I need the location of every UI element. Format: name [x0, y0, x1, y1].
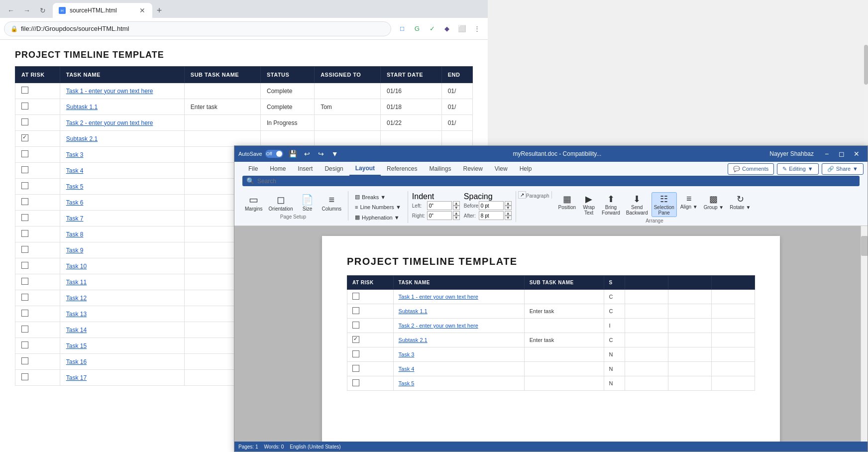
- orientation-button[interactable]: ◻ Orientation: [266, 192, 296, 213]
- spacing-before-input[interactable]: [479, 201, 504, 210]
- extension-btn-2[interactable]: G: [410, 22, 424, 36]
- forward-button[interactable]: →: [20, 3, 34, 17]
- word-risk-cell: [347, 319, 394, 333]
- bring-forward-button[interactable]: ⬆ BringForward: [599, 192, 623, 217]
- align-icon: ≡: [686, 194, 692, 204]
- scrollbar-thumb[interactable]: [864, 45, 868, 85]
- selection-pane-button[interactable]: ☷ SelectionPane: [651, 192, 677, 217]
- task-cell: Task 14: [60, 322, 184, 338]
- autosave-toggle[interactable]: Off: [265, 150, 283, 158]
- word-restore-btn[interactable]: ◻: [835, 147, 849, 161]
- word-risk-cell: [347, 290, 394, 304]
- line-numbers-icon: ≡: [355, 204, 358, 210]
- back-button[interactable]: ←: [4, 3, 18, 17]
- assigned-cell: Tom: [315, 99, 381, 115]
- page-setup-buttons: ▭ Margins ◻ Orientation 📄 Size ≡ Columns: [242, 192, 344, 213]
- indent-right-input[interactable]: [427, 211, 452, 220]
- word-scrollbar-thumb[interactable]: [861, 236, 868, 256]
- spacing-before-down[interactable]: ▼: [505, 206, 512, 210]
- risk-cell: [15, 370, 60, 386]
- word-col-atrisk: AT RISK: [347, 276, 394, 290]
- browser-menu-button[interactable]: ⋮: [470, 22, 484, 36]
- spacing-after-up[interactable]: ▲: [505, 211, 512, 216]
- page-setup-group: ▭ Margins ◻ Orientation 📄 Size ≡ Columns: [238, 191, 348, 221]
- risk-cell: [15, 83, 60, 99]
- tab-design[interactable]: Design: [319, 162, 349, 175]
- send-backward-button[interactable]: ⬇ SendBackward: [624, 192, 651, 217]
- margins-button[interactable]: ▭ Margins: [242, 192, 265, 213]
- tab-file[interactable]: File: [242, 162, 264, 175]
- spacing-before-up[interactable]: ▲: [505, 201, 512, 206]
- bring-forward-icon: ⬆: [607, 194, 615, 205]
- word-col-subtask: SUB TASK NAME: [524, 276, 604, 290]
- rotate-button[interactable]: ↻ Rotate ▼: [727, 192, 753, 217]
- extension-btn-1[interactable]: □: [395, 22, 409, 36]
- tab-mailings[interactable]: Mailings: [423, 162, 457, 175]
- tab-insert[interactable]: Insert: [292, 162, 319, 175]
- word-minimize-btn[interactable]: −: [820, 147, 834, 161]
- col-header-startdate: START DATE: [380, 67, 441, 83]
- spacing-after-spinner: ▲ ▼: [505, 211, 512, 220]
- tab-home[interactable]: Home: [264, 162, 292, 175]
- tab-layout[interactable]: Layout: [349, 162, 381, 176]
- enddate-cell: 01/: [441, 115, 472, 131]
- browser-tab[interactable]: H sourceHTML.html ✕: [53, 3, 152, 18]
- word-document-page: PROJECT TIMELINE TEMPLATE AT RISK TASK N…: [322, 236, 780, 442]
- search-input[interactable]: [257, 178, 856, 185]
- task-cell: Task 12: [60, 290, 184, 306]
- tab-view[interactable]: View: [489, 162, 514, 175]
- word-titlebar: AutoSave Off 💾 ↩ ↪ ▼ myResultant.doc - C…: [234, 146, 868, 162]
- indent-left-up[interactable]: ▲: [453, 201, 460, 206]
- word-subtask-cell: [524, 376, 604, 391]
- align-button[interactable]: ≡ Align ▼: [678, 192, 700, 217]
- line-numbers-button[interactable]: ≡ Line Numbers ▼: [352, 203, 404, 212]
- word-status-cell: C: [604, 333, 625, 347]
- ribbon-layout-content: ▭ Margins ◻ Orientation 📄 Size ≡ Columns: [234, 189, 868, 226]
- risk-cell: [15, 306, 60, 322]
- arrange-buttons: ▦ Position ▶ WrapText ⬆ BringForward ⬇ S…: [556, 192, 754, 217]
- doc-scroll-area[interactable]: PROJECT TIMELINE TEMPLATE AT RISK TASK N…: [234, 226, 868, 442]
- word-task-cell: Task 2 - enter your own text here: [393, 319, 524, 333]
- risk-cell: [15, 338, 60, 354]
- tab-close-button[interactable]: ✕: [138, 6, 146, 14]
- group-button[interactable]: ▩ Group ▼: [701, 192, 726, 217]
- tab-help[interactable]: Help: [514, 162, 538, 175]
- editing-button[interactable]: ✎ Editing ▼: [777, 163, 819, 175]
- tab-review[interactable]: Review: [457, 162, 488, 175]
- word-save-btn[interactable]: 💾: [287, 148, 299, 160]
- new-tab-button[interactable]: +: [152, 3, 166, 17]
- spacing-after-down[interactable]: ▼: [505, 216, 512, 220]
- extension-btn-4[interactable]: ◆: [440, 22, 454, 36]
- task-cell: Task 16: [60, 354, 184, 370]
- columns-button[interactable]: ≡ Columns: [320, 193, 344, 213]
- word-subtask-cell: [524, 347, 604, 362]
- word-table-row: Task 2 - enter your own text here I: [347, 319, 755, 333]
- indent-right-down[interactable]: ▼: [453, 216, 460, 220]
- reload-button[interactable]: ↻: [36, 3, 50, 17]
- word-close-btn[interactable]: ✕: [850, 147, 864, 161]
- share-button[interactable]: 🔗 Share ▼: [822, 163, 864, 175]
- paragraph-expand-btn[interactable]: ↗: [518, 191, 526, 199]
- word-undo-btn[interactable]: ↩: [301, 148, 313, 160]
- extension-btn-5[interactable]: ⬜: [455, 22, 469, 36]
- extension-btn-3[interactable]: ✓: [425, 22, 439, 36]
- tab-references[interactable]: References: [381, 162, 423, 175]
- spacing-after-input[interactable]: [479, 211, 504, 220]
- hyphenation-button[interactable]: ▩ Hyphenation ▼: [352, 213, 404, 222]
- autosave-knob: [276, 151, 282, 157]
- wrap-text-button[interactable]: ▶ WrapText: [579, 192, 598, 217]
- indent-left-down[interactable]: ▼: [453, 206, 460, 210]
- word-redo-btn[interactable]: ↪: [315, 148, 327, 160]
- position-button[interactable]: ▦ Position: [556, 192, 579, 217]
- indent-left-input[interactable]: [427, 201, 452, 210]
- word-customize-btn[interactable]: ▼: [329, 148, 341, 160]
- risk-cell: [15, 354, 60, 370]
- size-button[interactable]: 📄 Size: [297, 192, 319, 213]
- breaks-button[interactable]: ▧ Breaks ▼: [352, 192, 404, 202]
- indent-right-up[interactable]: ▲: [453, 211, 460, 216]
- word-vertical-scrollbar[interactable]: [861, 226, 868, 442]
- word-task-cell: Task 3: [393, 347, 524, 362]
- comments-button[interactable]: 💬 Comments: [728, 163, 774, 175]
- risk-cell: [15, 179, 60, 195]
- address-bar[interactable]: 🔒 file:///D:/Groupdocs/sourceHTML.html: [4, 21, 391, 36]
